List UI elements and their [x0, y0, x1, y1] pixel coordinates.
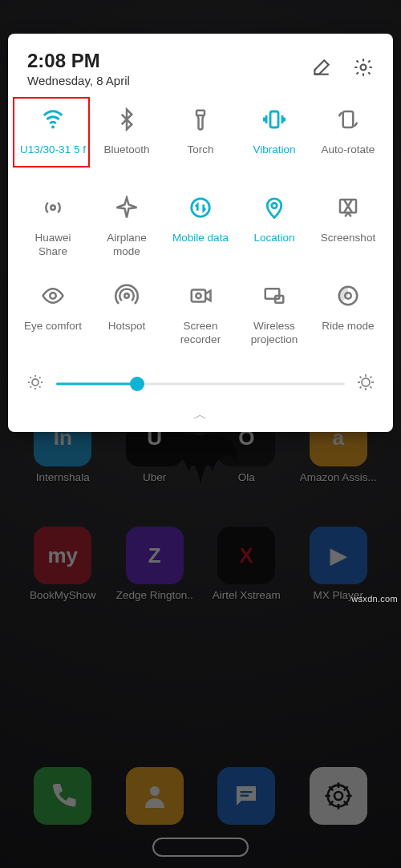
wallpaper-bat-icon: [152, 428, 249, 484]
tile-label: Mobile data: [169, 232, 232, 245]
dock-phone[interactable]: [22, 767, 103, 825]
brightness-row: [14, 365, 387, 402]
tile-label: Screenshot: [318, 232, 379, 245]
tile-label: Eye comfort: [21, 320, 85, 333]
app-airtel-xstream[interactable]: XAirtel Xstream: [206, 527, 287, 601]
tile-label: Screen recorder: [164, 320, 237, 347]
gear-icon[interactable]: [353, 57, 374, 81]
tile-label: Auto-rotate: [318, 143, 379, 157]
tile-wifi[interactable]: U13/30-31 5 f: [16, 103, 90, 188]
svg-rect-4: [241, 795, 249, 797]
huaweishare-icon: [41, 192, 65, 224]
dock-messages[interactable]: [206, 767, 287, 825]
tile-autorotate[interactable]: Auto-rotate: [311, 103, 385, 188]
svg-rect-11: [343, 111, 354, 127]
svg-point-19: [196, 293, 200, 298]
tile-vibration[interactable]: Vibration: [237, 103, 311, 188]
nav-pill[interactable]: [152, 838, 249, 857]
clock-block[interactable]: 2:08 PM Wednesday, 8 April: [27, 50, 130, 87]
tile-airplane[interactable]: Airplane mode: [90, 192, 164, 277]
svg-rect-20: [265, 289, 280, 299]
airplane-icon: [115, 192, 139, 224]
tile-screenrec[interactable]: Screen recorder: [164, 280, 237, 365]
tile-label: Airplane mode: [90, 232, 164, 259]
vibration-icon: [262, 103, 286, 135]
tile-location[interactable]: Location: [237, 192, 311, 277]
tile-label: Torch: [184, 143, 217, 157]
torch-icon: [188, 103, 213, 135]
svg-rect-18: [192, 290, 206, 302]
tile-label: Hotspot: [105, 320, 149, 333]
tile-screenshot[interactable]: Screenshot: [311, 192, 385, 277]
autorotate-icon: [336, 103, 360, 135]
tile-ridemode[interactable]: Ride mode: [311, 280, 385, 365]
tile-eyecomfort[interactable]: Eye comfort: [16, 280, 90, 365]
tile-label: Ride mode: [318, 320, 377, 333]
svg-point-13: [192, 199, 210, 217]
brightness-slider[interactable]: [56, 376, 345, 392]
tiles-grid: U13/30-31 5 fBluetoothTorchVibrationAuto…: [14, 103, 387, 365]
svg-point-24: [32, 379, 38, 386]
svg-point-14: [272, 203, 277, 208]
tile-projection[interactable]: Wireless projection: [237, 280, 311, 365]
date-text: Wednesday, 8 April: [27, 74, 130, 87]
watermark: wsxdn.com: [351, 594, 398, 604]
svg-point-12: [51, 205, 55, 210]
app-zedge-rington-[interactable]: ZZedge Rington..: [115, 527, 196, 601]
tile-label: Huawei Share: [16, 232, 90, 259]
quick-settings-panel: 2:08 PM Wednesday, 8 April U13/30-31 5 f…: [8, 34, 393, 432]
svg-rect-3: [241, 791, 253, 793]
tile-label: Wireless projection: [237, 320, 311, 347]
screenshot-icon: [336, 192, 360, 224]
tile-mobiledata[interactable]: Mobile data: [164, 192, 237, 277]
svg-point-6: [334, 792, 342, 800]
svg-point-17: [124, 293, 129, 298]
dock-contacts[interactable]: [115, 767, 196, 825]
wifi-icon: [41, 103, 65, 135]
tile-label: Vibration: [249, 143, 298, 157]
brightness-high-icon: [356, 373, 375, 395]
tile-label: Location: [250, 232, 298, 245]
svg-point-2: [150, 786, 160, 796]
tile-label: Bluetooth: [100, 143, 152, 157]
svg-point-7: [361, 64, 367, 70]
svg-point-16: [50, 293, 56, 299]
app-mx-player[interactable]: ▶MX Player: [298, 527, 379, 601]
brightness-low-icon: [26, 373, 45, 395]
svg-rect-9: [196, 111, 205, 115]
svg-point-25: [362, 378, 370, 386]
ridemode-icon: [336, 280, 360, 312]
app-bookmyshow[interactable]: myBookMyShow: [22, 527, 103, 601]
mobiledata-icon: [188, 192, 213, 224]
svg-rect-10: [270, 111, 278, 127]
dock-settings[interactable]: [298, 767, 379, 825]
eyecomfort-icon: [41, 280, 65, 312]
tile-bluetooth[interactable]: Bluetooth: [90, 103, 164, 188]
edit-icon[interactable]: [311, 57, 332, 81]
tile-hotspot[interactable]: Hotspot: [90, 280, 164, 365]
tile-torch[interactable]: Torch: [164, 103, 237, 188]
tile-label: U13/30-31 5 f: [17, 143, 89, 157]
expand-handle[interactable]: ︿: [14, 402, 387, 426]
time-text: 2:08 PM: [27, 50, 130, 72]
bluetooth-icon: [115, 103, 139, 135]
hotspot-icon: [115, 280, 139, 312]
screenrec-icon: [188, 280, 213, 312]
location-icon: [262, 192, 286, 224]
projection-icon: [262, 280, 286, 312]
svg-point-8: [51, 125, 55, 128]
tile-huaweishare[interactable]: Huawei Share: [16, 192, 90, 277]
